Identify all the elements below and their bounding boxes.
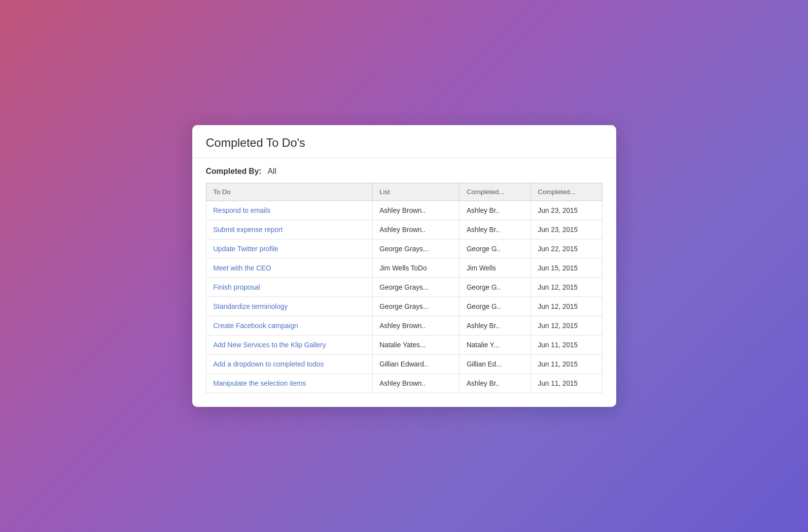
list-cell: Ashley Brown.. [372, 374, 459, 393]
list-cell: Gillian Edward.. [372, 355, 459, 374]
todo-link[interactable]: Meet with the CEO [213, 264, 272, 272]
todo-link[interactable]: Standardize terminology [213, 302, 288, 310]
todos-table: To Do List Completed... Completed... Res… [206, 183, 602, 393]
completed-date-cell: Jun 12, 2015 [530, 316, 602, 335]
table-row: Respond to emailsAshley Brown..Ashley Br… [206, 201, 602, 220]
col-header-completed-by: Completed... [459, 183, 531, 201]
completed-date-cell: Jun 22, 2015 [530, 239, 602, 259]
completed-by-cell: Ashley Br.. [459, 201, 531, 220]
table-row: Manipulate the selection itemsAshley Bro… [206, 374, 602, 393]
list-cell: Ashley Brown.. [372, 220, 459, 239]
todo-cell: Finish proposal [206, 278, 372, 297]
completed-by-cell: Ashley Br.. [459, 220, 531, 239]
col-header-list: List [372, 183, 459, 201]
completed-date-cell: Jun 23, 2015 [530, 201, 602, 220]
table-container: To Do List Completed... Completed... Res… [192, 183, 616, 407]
todo-link[interactable]: Add New Services to the Klip Gallery [213, 341, 326, 349]
completed-by-cell: George G.. [459, 239, 531, 259]
todo-link[interactable]: Create Facebook campaign [213, 322, 298, 330]
todo-link[interactable]: Add a dropdown to completed todos [213, 360, 324, 368]
header-row: To Do List Completed... Completed... [206, 183, 602, 201]
todo-link[interactable]: Finish proposal [213, 283, 260, 291]
completed-todos-card: Completed To Do's Completed By: All To D… [192, 125, 616, 407]
todo-cell: Add New Services to the Klip Gallery [206, 335, 372, 355]
table-row: Create Facebook campaignAshley Brown..As… [206, 316, 602, 335]
completed-by-cell: Gillian Ed... [459, 355, 531, 374]
todo-cell: Update Twitter profile [206, 239, 372, 259]
col-header-todo: To Do [206, 183, 372, 201]
todo-link[interactable]: Submit expense report [213, 226, 283, 233]
todo-link[interactable]: Respond to emails [213, 206, 271, 214]
todo-cell: Submit expense report [206, 220, 372, 239]
table-row: Update Twitter profileGeorge Grays...Geo… [206, 239, 602, 259]
todo-cell: Manipulate the selection items [206, 374, 372, 393]
table-row: Standardize terminologyGeorge Grays...Ge… [206, 297, 602, 316]
list-cell: Ashley Brown.. [372, 316, 459, 335]
list-cell: George Grays... [372, 239, 459, 259]
table-row: Submit expense reportAshley Brown..Ashle… [206, 220, 602, 239]
completed-date-cell: Jun 12, 2015 [530, 297, 602, 316]
todo-link[interactable]: Update Twitter profile [213, 245, 279, 253]
table-row: Add New Services to the Klip GalleryNata… [206, 335, 602, 355]
completed-date-cell: Jun 11, 2015 [530, 335, 602, 355]
filter-label: Completed By: [206, 167, 262, 175]
completed-by-cell: Natalie Y... [459, 335, 531, 355]
completed-date-cell: Jun 23, 2015 [530, 220, 602, 239]
todo-cell: Respond to emails [206, 201, 372, 220]
card-title: Completed To Do's [206, 136, 602, 150]
table-row: Add a dropdown to completed todosGillian… [206, 355, 602, 374]
completed-by-cell: George G.. [459, 278, 531, 297]
list-cell: George Grays... [372, 278, 459, 297]
todo-cell: Add a dropdown to completed todos [206, 355, 372, 374]
list-cell: Ashley Brown.. [372, 201, 459, 220]
todo-cell: Create Facebook campaign [206, 316, 372, 335]
table-body: Respond to emailsAshley Brown..Ashley Br… [206, 201, 602, 393]
completed-by-cell: George G.. [459, 297, 531, 316]
todo-link[interactable]: Manipulate the selection items [213, 379, 306, 387]
table-row: Finish proposalGeorge Grays...George G..… [206, 278, 602, 297]
table-row: Meet with the CEOJim Wells ToDoJim Wells… [206, 259, 602, 278]
list-cell: Natalie Yates... [372, 335, 459, 355]
list-cell: George Grays... [372, 297, 459, 316]
completed-date-cell: Jun 11, 2015 [530, 374, 602, 393]
todo-cell: Meet with the CEO [206, 259, 372, 278]
filter-value: All [268, 167, 277, 175]
col-header-completed-date: Completed... [530, 183, 602, 201]
completed-by-cell: Ashley Br.. [459, 316, 531, 335]
completed-by-cell: Jim Wells [459, 259, 531, 278]
completed-by-cell: Ashley Br.. [459, 374, 531, 393]
list-cell: Jim Wells ToDo [372, 259, 459, 278]
filter-section: Completed By: All [192, 158, 616, 183]
completed-date-cell: Jun 12, 2015 [530, 278, 602, 297]
todo-cell: Standardize terminology [206, 297, 372, 316]
completed-date-cell: Jun 15, 2015 [530, 259, 602, 278]
completed-date-cell: Jun 11, 2015 [530, 355, 602, 374]
card-header: Completed To Do's [192, 125, 616, 158]
table-header: To Do List Completed... Completed... [206, 183, 602, 201]
